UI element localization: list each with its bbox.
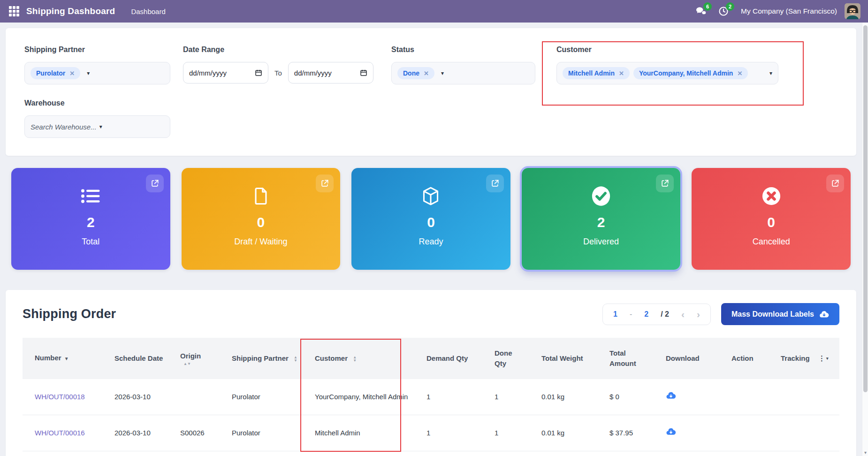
filters-panel: Shipping Partner Purolator ✕ ▾ Date Rang…: [6, 28, 856, 156]
date-range-label: Date Range: [183, 44, 379, 55]
external-link-icon: [150, 179, 160, 188]
page-title: Shipping Order: [23, 307, 116, 321]
sort-down-icon: ▼: [187, 362, 191, 366]
stat-card-cancelled[interactable]: 0 Cancelled: [692, 168, 851, 270]
tag-label: Mitchell Admin: [568, 69, 615, 77]
tag-label: Purolator: [36, 69, 65, 77]
warehouse-select[interactable]: Search Warehouse... ▾: [24, 115, 170, 138]
user-avatar[interactable]: [845, 3, 860, 19]
external-link-icon: [320, 179, 329, 188]
column-header-total-amount: Total Amount: [597, 338, 654, 379]
stat-card-draft-waiting[interactable]: 0 Draft / Waiting: [182, 168, 341, 270]
shipping-partner-select[interactable]: Purolator ✕ ▾: [24, 62, 170, 84]
stat-card-ready[interactable]: 0 Ready: [351, 168, 510, 270]
filter-shipping-partner: Shipping Partner Purolator ✕ ▾: [24, 44, 170, 84]
download-label-button[interactable]: [654, 415, 719, 451]
chevron-down-icon[interactable]: ▾: [769, 70, 772, 76]
chevron-down-icon[interactable]: ▾: [99, 123, 102, 130]
open-external-button[interactable]: [656, 175, 674, 192]
page-end[interactable]: 2: [644, 310, 648, 319]
stat-card-total[interactable]: 2 Total: [11, 168, 170, 270]
stat-value: 2: [597, 215, 605, 229]
customer-select[interactable]: Mitchell Admin ✕ YourCompany, Mitchell A…: [556, 62, 778, 84]
open-external-button[interactable]: [316, 175, 334, 192]
page-dash: -: [630, 310, 632, 319]
shipping-orders-table: Number▼ Schedule Date Origin ▲▼ Shipping…: [23, 338, 839, 451]
origin-cell: S00026: [168, 415, 220, 451]
action-cell: [719, 379, 769, 415]
remove-tag-icon[interactable]: ✕: [424, 70, 429, 77]
document-icon: [252, 185, 269, 207]
stat-label: Cancelled: [753, 237, 790, 247]
filters-row-2: Warehouse Search Warehouse... ▾: [24, 98, 838, 138]
remove-tag-icon[interactable]: ✕: [69, 70, 75, 77]
apps-grid-icon[interactable]: [8, 5, 21, 18]
messages-button[interactable]: 6: [693, 3, 709, 19]
scrollbar-down-arrow[interactable]: ▾: [862, 450, 868, 455]
column-header-number[interactable]: Number▼: [23, 338, 102, 379]
open-external-button[interactable]: [486, 175, 504, 192]
column-header-origin[interactable]: Origin ▲▼: [168, 338, 220, 379]
open-external-button[interactable]: [826, 175, 844, 192]
cube-icon: [421, 185, 440, 207]
company-switcher[interactable]: My Company (San Francisco): [741, 7, 837, 15]
shipping-order-panel: Shipping Order 1 - 2 / 2 ‹ › Mass Downlo…: [6, 290, 856, 456]
warehouse-label: Warehouse: [24, 98, 170, 109]
table-row[interactable]: WH/OUT/00016 2026-03-10 S00026 Purolator…: [23, 415, 839, 451]
remove-tag-icon[interactable]: ✕: [737, 70, 742, 77]
column-header-action: Action: [719, 338, 769, 379]
column-options[interactable]: ⋮▾: [806, 338, 839, 379]
download-label-button[interactable]: [654, 379, 719, 415]
mass-download-labels-button[interactable]: Mass Download Labels: [721, 303, 839, 325]
column-header-shipping-partner[interactable]: Shipping Partner ▲▼: [220, 338, 303, 379]
total-amount-cell: $ 0: [597, 379, 654, 415]
chevron-right-icon[interactable]: ›: [697, 309, 700, 319]
remove-tag-icon[interactable]: ✕: [619, 70, 624, 77]
customer-cell: Mitchell Admin: [303, 415, 414, 451]
sort-up-icon: ▲: [183, 362, 187, 366]
orders-header-right: 1 - 2 / 2 ‹ › Mass Download Labels: [602, 303, 839, 325]
chevron-down-icon[interactable]: ▾: [441, 70, 444, 76]
tag-label: Done: [403, 69, 419, 77]
schedule-date-cell: 2026-03-10: [102, 379, 168, 415]
customer-label: Customer: [556, 44, 778, 55]
table-row[interactable]: WH/OUT/00018 2026-03-10 Purolator YourCo…: [23, 379, 839, 415]
mass-download-labels-label: Mass Download Labels: [731, 310, 814, 319]
stat-value: 0: [767, 215, 775, 229]
avatar-image: [845, 3, 860, 19]
date-range-inputs: dd/mm/yyyy To dd/mm/yyyy: [183, 62, 379, 84]
status-select[interactable]: Done ✕ ▾: [391, 62, 535, 84]
column-header-customer[interactable]: Customer ▲▼: [303, 338, 414, 379]
sort-down-icon: ▼: [294, 359, 297, 362]
chevron-down-icon[interactable]: ▾: [87, 70, 90, 76]
order-number-link[interactable]: WH/OUT/00016: [23, 415, 102, 451]
list-icon: [81, 185, 100, 207]
calendar-icon[interactable]: [255, 69, 262, 76]
scrollbar-thumb[interactable]: [863, 25, 868, 392]
column-label: Schedule Date: [114, 354, 163, 362]
column-label: Origin: [180, 352, 201, 360]
scrollbar[interactable]: ▾: [862, 23, 868, 456]
pagination[interactable]: 1 - 2 / 2 ‹ ›: [602, 304, 711, 325]
app-title[interactable]: Shipping Dashboard: [26, 6, 115, 16]
menu-dashboard[interactable]: Dashboard: [131, 8, 165, 15]
order-number-link[interactable]: WH/OUT/00018: [23, 379, 102, 415]
open-external-button[interactable]: [146, 175, 164, 192]
sort-desc-icon[interactable]: ▼: [64, 356, 69, 361]
date-from-input[interactable]: dd/mm/yyyy: [183, 62, 268, 84]
sort-icon[interactable]: ▲▼: [183, 362, 215, 366]
chevron-left-icon[interactable]: ‹: [681, 309, 685, 319]
sort-icon[interactable]: ▲▼: [353, 356, 357, 362]
page-start[interactable]: 1: [613, 310, 617, 319]
calendar-icon[interactable]: [360, 69, 367, 76]
external-link-icon: [490, 179, 500, 188]
done-qty-cell: 1: [482, 415, 529, 451]
date-to-input[interactable]: dd/mm/yyyy: [288, 62, 373, 84]
stat-card-delivered[interactable]: 2 Delivered: [522, 168, 681, 270]
chevron-down-icon: ▾: [826, 353, 829, 364]
grid-glyph: [9, 6, 19, 16]
activities-button[interactable]: 2: [716, 3, 731, 19]
schedule-date-cell: 2026-03-10: [102, 415, 168, 451]
sort-icon[interactable]: ▲▼: [294, 356, 297, 362]
filter-warehouse: Warehouse Search Warehouse... ▾: [24, 98, 170, 138]
